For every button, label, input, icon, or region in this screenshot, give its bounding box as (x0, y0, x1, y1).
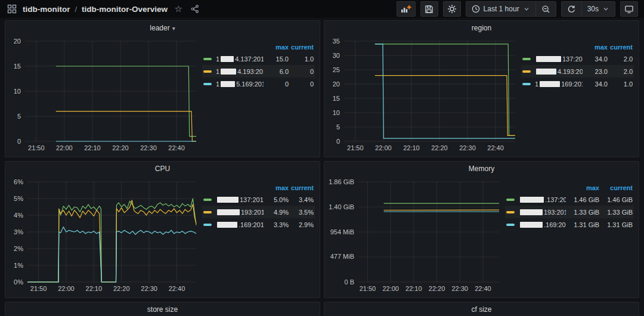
refresh-button[interactable] (562, 2, 581, 16)
svg-text:21:50: 21:50 (347, 144, 364, 151)
cycle-view-mode-button[interactable] (620, 1, 638, 17)
panel-leader-header[interactable]: leader ▾ (5, 21, 320, 35)
series-label[interactable]: .169:20188 (519, 221, 566, 228)
series-label[interactable]: .169:20188 (216, 221, 264, 228)
legend-row[interactable]: 14.137:2018815.01.0 (202, 52, 315, 65)
legend-max-value: 1.31 GiB (566, 221, 599, 228)
series-color-swatch (506, 199, 515, 201)
legend-sort-max[interactable]: max (264, 184, 289, 191)
cpu-time-series-chart[interactable]: 0%1%2%3%4%5%6%21:5022:0022:1022:2022:302… (7, 176, 200, 295)
series-label[interactable]: 137:20188 (216, 196, 264, 203)
svg-text:3%: 3% (14, 228, 23, 236)
gear-icon (447, 4, 457, 14)
legend-current-value: 3.5% (289, 209, 314, 216)
svg-text:22:00: 22:00 (382, 285, 399, 292)
series-color-swatch (203, 58, 212, 60)
svg-text:22:20: 22:20 (112, 144, 129, 151)
dashboards-grid-icon[interactable] (6, 3, 18, 15)
region-legend: maxcurrent137:2018834.02.04.193:2018823.… (519, 35, 635, 154)
legend-current-value: 1.46 GiB (599, 196, 633, 203)
dashboard-grid: leader ▾ 0510152021:5022:0022:1022:2022:… (0, 18, 644, 316)
svg-text:30: 30 (333, 52, 340, 59)
panel-cf-size-header[interactable]: cf size (324, 302, 639, 316)
legend-sort-current[interactable]: current (599, 184, 633, 191)
redaction-mask (536, 56, 561, 62)
redaction-mask (520, 209, 543, 215)
time-range-button[interactable]: Last 1 hour (466, 2, 535, 16)
legend-row[interactable]: 137:2018834.02.0 (521, 52, 634, 65)
svg-text:15: 15 (14, 63, 21, 70)
series-label[interactable]: 15.169:20188 (216, 80, 264, 88)
panel-region-header[interactable]: region (324, 21, 639, 35)
memory-time-series-chart[interactable]: 0 B477 MiB954 MiB1.40 GiB1.86 GiB21:5022… (326, 176, 503, 295)
series-label[interactable]: 4.193:20188 (535, 68, 583, 75)
redaction-mask (520, 197, 544, 203)
legend-current-value: 3.4% (289, 196, 314, 203)
series-label[interactable]: 1169:20188 (535, 80, 583, 88)
save-dashboard-button[interactable] (420, 1, 438, 17)
legend-sort-max[interactable]: max (264, 44, 289, 51)
legend-row[interactable]: 137:201885.0%3.4% (202, 193, 315, 206)
share-icon[interactable] (189, 3, 201, 15)
legend-row[interactable]: 4.193:2018823.02.0 (521, 65, 634, 78)
region-time-series-chart[interactable]: 0510152025303521:5022:0022:1022:2022:302… (326, 35, 519, 154)
svg-text:20: 20 (14, 38, 21, 45)
series-label[interactable]: 137:20188 (535, 55, 583, 63)
panel-title: region (472, 24, 491, 32)
chart-svg: 0 B477 MiB954 MiB1.40 GiB1.86 GiB21:5022… (326, 176, 503, 295)
chart-svg: 0510152021:5022:0022:1022:2022:3022:40 (7, 35, 200, 154)
legend-current-value: 2.0 (608, 55, 633, 63)
legend-row[interactable]: 1169:2018834.01.0 (521, 78, 634, 90)
breadcrumb-folder[interactable]: tidb-monitor (23, 5, 70, 14)
legend-current-value: 1.0 (608, 80, 633, 88)
series-label[interactable]: 14.193:20188 (216, 68, 264, 75)
series-label[interactable]: 193:20188 (519, 209, 566, 216)
legend-row[interactable]: .169:201883.3%2.9% (202, 218, 315, 231)
svg-text:25: 25 (333, 66, 340, 73)
legend-header: maxcurrent (521, 41, 634, 52)
legend-max-value: 1.46 GiB (566, 196, 599, 203)
legend-row[interactable]: 193:201884.9%3.5% (202, 206, 315, 218)
legend-sort-max[interactable]: max (566, 184, 599, 191)
zoom-out-time-button[interactable] (535, 2, 556, 16)
svg-text:22:30: 22:30 (459, 144, 476, 151)
svg-text:22:20: 22:20 (113, 285, 130, 292)
legend-header: maxcurrent (202, 41, 315, 52)
redaction-mask (217, 222, 237, 228)
panel-title: CPU (155, 165, 170, 173)
legend-row[interactable]: 193:201881.33 GiB1.33 GiB (505, 206, 634, 218)
series-color-swatch (203, 83, 212, 85)
leader-time-series-chart[interactable]: 0510152021:5022:0022:1022:2022:3022:40 (7, 35, 200, 154)
add-panel-button[interactable] (397, 1, 416, 17)
panel-leader: leader ▾ 0510152021:5022:0022:1022:2022:… (5, 20, 320, 157)
star-icon[interactable]: ☆ (172, 3, 184, 15)
breadcrumb-dashboard[interactable]: tidb-monitor-Overview (82, 5, 168, 14)
series-label[interactable]: 193:20188 (216, 209, 264, 216)
series-label[interactable]: 14.137:20188 (216, 55, 264, 63)
legend-sort-current[interactable]: current (289, 184, 314, 191)
series-color-swatch (203, 199, 212, 201)
svg-text:22:40: 22:40 (168, 144, 185, 151)
panel-store-size-header[interactable]: store size (5, 302, 320, 316)
legend-sort-current[interactable]: current (608, 44, 633, 51)
legend-row[interactable]: .169:201881.31 GiB1.31 GiB (505, 218, 634, 231)
svg-text:2%: 2% (14, 245, 23, 252)
legend-row[interactable]: 14.193:201886.00 (202, 65, 315, 78)
legend-row[interactable]: .137:201881.46 GiB1.46 GiB (505, 193, 634, 206)
legend-row[interactable]: 15.169:2018800 (202, 78, 315, 90)
svg-text:21:50: 21:50 (360, 285, 376, 292)
legend-max-value: 34.0 (583, 55, 608, 63)
legend-sort-current[interactable]: current (289, 44, 314, 51)
chevron-down-icon (523, 5, 530, 13)
legend-sort-max[interactable]: max (583, 44, 608, 51)
legend-max-value: 23.0 (583, 68, 608, 75)
panel-menu-caret-icon[interactable]: ▾ (172, 25, 175, 32)
refresh-interval-button[interactable]: 30s (581, 2, 615, 16)
svg-text:22:30: 22:30 (451, 285, 468, 292)
svg-text:22:30: 22:30 (141, 285, 157, 292)
panel-memory-header[interactable]: Memory (324, 162, 639, 176)
series-label[interactable]: .137:20188 (519, 196, 566, 203)
dashboard-settings-button[interactable] (443, 1, 461, 17)
panel-cpu-header[interactable]: CPU (5, 162, 320, 176)
svg-text:21:50: 21:50 (28, 144, 45, 151)
